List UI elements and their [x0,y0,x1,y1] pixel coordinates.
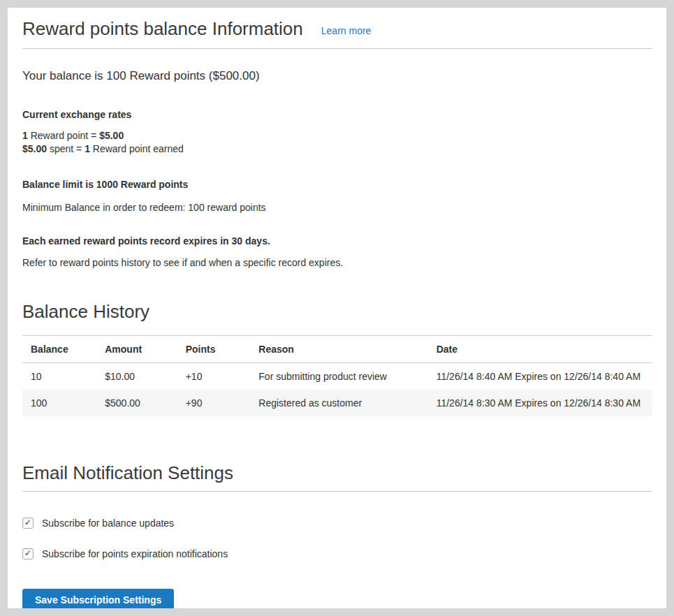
table-header: Balance Amount Points Reason Date [22,335,652,362]
column-header-date: Date [430,335,652,362]
rate2-text: spent = [47,143,85,154]
page-header: Reward points balance Information Learn … [22,17,652,41]
checkbox[interactable] [22,518,34,529]
rate2-points: 1 [85,143,90,154]
history-rows: 10$10.00+10For submitting product review… [22,362,652,416]
balance-history-table: Balance Amount Points Reason Date 10$10.… [22,335,652,416]
email-options: Subscribe for balance updatesSubscribe f… [22,518,652,559]
balance-history-heading: Balance History [22,301,652,323]
rate2-amount: $5.00 [22,143,47,154]
cell-date: 11/26/14 8:40 AM Expires on 12/26/14 8:4… [430,362,652,390]
exchange-rates: 1 Reward point = $5.00 $5.00 spent = 1 R… [22,129,652,156]
learn-more-link[interactable]: Learn more [321,25,372,36]
subscription-option-1: Subscribe for points expiration notifica… [22,548,652,559]
expiration-note-text: Refer to reward points history to see if… [22,257,652,268]
rate1-amount: $5.00 [99,130,124,141]
column-header-points: Points [179,335,252,362]
column-header-amount: Amount [98,335,178,362]
expiration-rule-text: Each earned reward points record expires… [22,235,652,247]
cell-balance: 100 [22,390,98,416]
subscription-option-0: Subscribe for balance updates [22,518,652,529]
column-header-balance: Balance [22,335,98,362]
rate1-text: Reward point = [28,130,99,141]
page-title: Reward points balance Information [22,17,303,41]
exchange-rate-line-2: $5.00 spent = 1 Reward point earned [22,142,652,156]
checkbox-label: Subscribe for balance updates [42,518,174,529]
save-subscription-button[interactable]: Save Subscription Settings [22,589,174,608]
header-divider [22,48,652,49]
table-row: 10$10.00+10For submitting product review… [22,362,652,390]
exchange-rates-heading: Current exchange rates [22,109,652,120]
cell-amount: $10.00 [98,362,178,390]
cell-points: +10 [179,362,252,390]
cell-reason: For submitting product review [251,362,429,390]
cell-points: +90 [179,390,252,416]
cell-balance: 10 [22,362,98,390]
minimum-balance-text: Minimum Balance in order to redeem: 100 … [22,202,652,213]
table-row: 100$500.00+90Registered as customer11/26… [22,390,652,416]
email-settings-heading: Email Notification Settings [22,462,652,484]
email-settings-divider [22,491,652,492]
checkbox-label: Subscribe for points expiration notifica… [42,548,228,559]
balance-limit-text: Balance limit is 1000 Reward points [22,179,652,190]
exchange-rate-line-1: 1 Reward point = $5.00 [22,129,652,142]
checkbox[interactable] [22,548,34,559]
balance-summary: Your balance is 100 Reward points ($500.… [22,69,652,83]
reward-info-card: Reward points balance Information Learn … [8,8,666,608]
rate2-tail: Reward point earned [90,143,184,154]
column-header-reason: Reason [251,335,429,362]
cell-amount: $500.00 [98,390,178,416]
rate1-points: 1 [22,130,28,141]
cell-date: 11/26/14 8:30 AM Expires on 12/26/14 8:3… [430,390,652,416]
cell-reason: Registered as customer [251,390,429,416]
